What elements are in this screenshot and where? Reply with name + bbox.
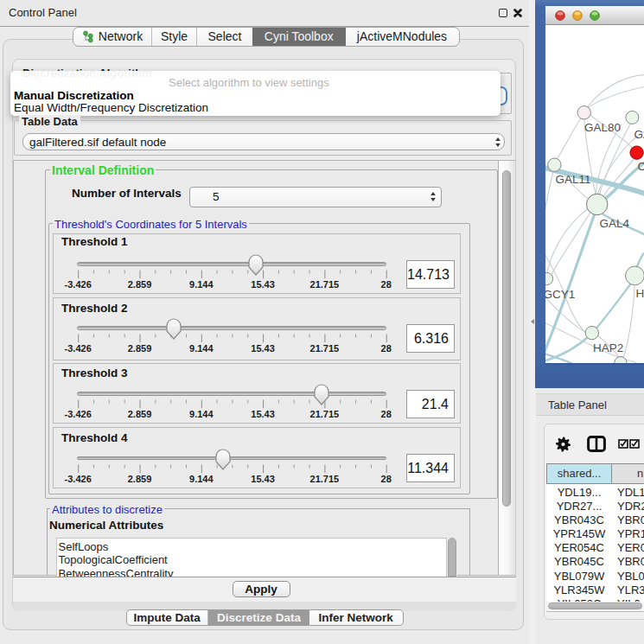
svg-text:GA: GA <box>634 128 644 141</box>
svg-text:GCY1: GCY1 <box>545 288 575 301</box>
svg-text:GAL80: GAL80 <box>584 121 621 134</box>
svg-text:GAL11: GAL11 <box>556 173 591 186</box>
svg-text:H: H <box>636 287 644 300</box>
svg-text:GAL4: GAL4 <box>600 216 630 229</box>
svg-text:C: C <box>638 160 644 173</box>
svg-text:HAP2: HAP2 <box>593 341 623 354</box>
